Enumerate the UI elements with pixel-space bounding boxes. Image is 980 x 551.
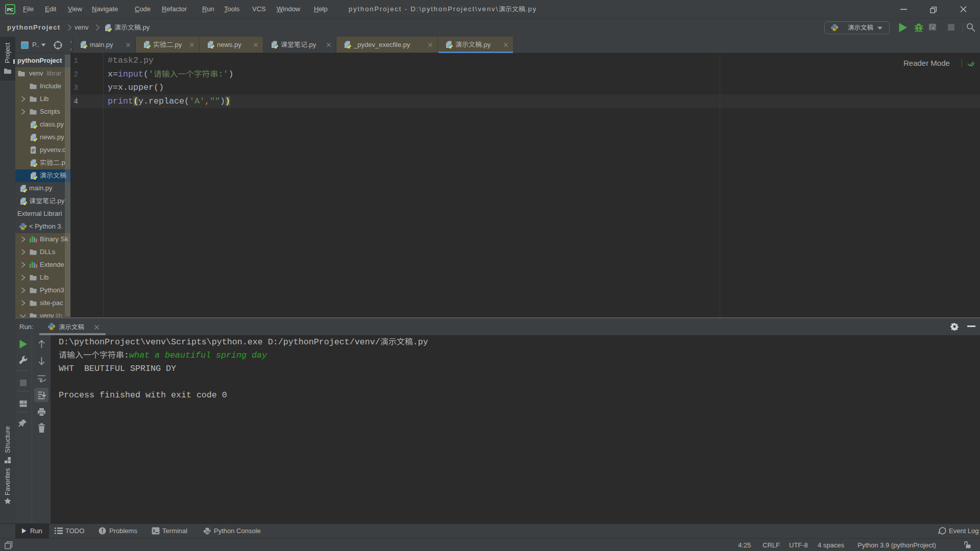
- svg-text:PC: PC: [7, 7, 14, 12]
